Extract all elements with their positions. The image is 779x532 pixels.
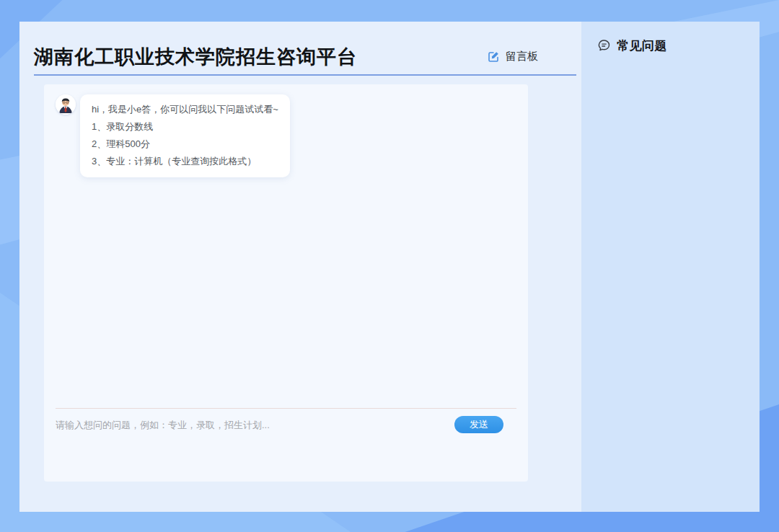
chat-bubble-icon: [597, 39, 611, 53]
bot-option-3: 3、专业：计算机（专业查询按此格式）: [92, 153, 278, 170]
header-divider: [34, 74, 576, 76]
question-input[interactable]: [56, 420, 446, 430]
bot-avatar: [56, 94, 76, 115]
page-title: 湖南化工职业技术学院招生咨询平台: [34, 44, 357, 70]
header: 湖南化工职业技术学院招生咨询平台 留言板: [19, 22, 581, 74]
faq-sidebar-title: 常见问题: [617, 37, 667, 54]
chat-panel: hi，我是小e答，你可以问我以下问题试试看~ 1、录取分数线 2、理科500分 …: [44, 84, 528, 482]
bot-message-bubble: hi，我是小e答，你可以问我以下问题试试看~ 1、录取分数线 2、理科500分 …: [80, 94, 290, 177]
message-board-link[interactable]: 留言板: [488, 50, 538, 63]
send-button[interactable]: 发送: [454, 416, 503, 433]
main-card: 湖南化工职业技术学院招生咨询平台 留言板: [19, 22, 760, 512]
bot-option-1: 1、录取分数线: [92, 118, 278, 136]
faq-sidebar-header: 常见问题: [581, 22, 760, 54]
faq-sidebar: 常见问题: [581, 22, 760, 512]
chat-input-area: 发送: [56, 408, 516, 482]
message-board-label: 留言板: [506, 50, 538, 63]
consultation-section: 湖南化工职业技术学院招生咨询平台 留言板: [19, 22, 581, 512]
chat-messages: hi，我是小e答，你可以问我以下问题试试看~ 1、录取分数线 2、理科500分 …: [44, 84, 528, 408]
bot-message-row: hi，我是小e答，你可以问我以下问题试试看~ 1、录取分数线 2、理科500分 …: [56, 94, 516, 177]
chat-input-row: 发送: [56, 416, 516, 433]
bot-greeting: hi，我是小e答，你可以问我以下问题试试看~: [92, 101, 278, 118]
bot-option-2: 2、理科500分: [92, 136, 278, 153]
edit-square-icon: [488, 50, 500, 63]
